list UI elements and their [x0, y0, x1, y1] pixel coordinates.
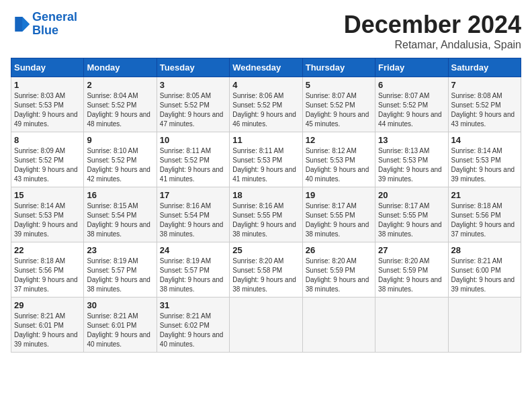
day-info: Sunrise: 8:12 AMSunset: 5:53 PMDaylight:…	[306, 146, 372, 184]
calendar-cell: 22Sunrise: 8:18 AMSunset: 5:56 PMDayligh…	[11, 242, 84, 298]
day-info: Sunrise: 8:15 AMSunset: 5:54 PMDaylight:…	[87, 201, 153, 239]
calendar-week-row: 29Sunrise: 8:21 AMSunset: 6:01 PMDayligh…	[11, 298, 521, 353]
day-number: 26	[306, 245, 372, 255]
calendar-cell: 8Sunrise: 8:09 AMSunset: 5:52 PMDaylight…	[11, 132, 84, 187]
calendar-cell: 10Sunrise: 8:11 AMSunset: 5:52 PMDayligh…	[157, 132, 229, 187]
day-number: 6	[378, 80, 445, 90]
calendar-cell: 20Sunrise: 8:17 AMSunset: 5:55 PMDayligh…	[375, 187, 448, 242]
calendar-cell: 17Sunrise: 8:16 AMSunset: 5:54 PMDayligh…	[157, 187, 229, 242]
day-number: 1	[14, 80, 81, 90]
calendar-cell: 30Sunrise: 8:21 AMSunset: 6:01 PMDayligh…	[84, 298, 157, 353]
calendar-cell: 13Sunrise: 8:13 AMSunset: 5:53 PMDayligh…	[375, 132, 448, 187]
calendar-cell: 9Sunrise: 8:10 AMSunset: 5:52 PMDaylight…	[84, 132, 157, 187]
calendar-body: 1Sunrise: 8:03 AMSunset: 5:53 PMDaylight…	[11, 77, 521, 353]
day-number: 23	[87, 245, 153, 255]
svg-marker-1	[22, 17, 30, 32]
day-number: 17	[160, 190, 226, 200]
day-info: Sunrise: 8:03 AMSunset: 5:53 PMDaylight:…	[14, 91, 81, 129]
calendar-week-row: 8Sunrise: 8:09 AMSunset: 5:52 PMDaylight…	[11, 132, 521, 187]
calendar-cell: 15Sunrise: 8:14 AMSunset: 5:53 PMDayligh…	[11, 187, 84, 242]
calendar-cell: 31Sunrise: 8:21 AMSunset: 6:02 PMDayligh…	[157, 298, 229, 353]
day-info: Sunrise: 8:21 AMSunset: 6:00 PMDaylight:…	[451, 257, 518, 294]
day-info: Sunrise: 8:17 AMSunset: 5:55 PMDaylight:…	[306, 201, 372, 239]
day-number: 14	[451, 135, 518, 145]
day-info: Sunrise: 8:16 AMSunset: 5:54 PMDaylight:…	[160, 201, 226, 239]
calendar-cell: 29Sunrise: 8:21 AMSunset: 6:01 PMDayligh…	[11, 298, 84, 353]
day-number: 5	[306, 80, 372, 90]
weekday-header: Tuesday	[157, 58, 229, 77]
day-number: 3	[160, 80, 226, 90]
day-number: 21	[451, 190, 518, 200]
calendar-cell: 4Sunrise: 8:06 AMSunset: 5:52 PMDaylight…	[230, 77, 302, 132]
day-number: 12	[306, 135, 372, 145]
day-info: Sunrise: 8:14 AMSunset: 5:53 PMDaylight:…	[14, 201, 81, 239]
day-number: 2	[87, 80, 153, 90]
logo: General Blue	[11, 11, 77, 38]
weekday-header: Saturday	[448, 58, 521, 77]
day-info: Sunrise: 8:20 AMSunset: 5:59 PMDaylight:…	[378, 257, 445, 294]
day-number: 30	[87, 300, 153, 310]
calendar-cell: 11Sunrise: 8:11 AMSunset: 5:53 PMDayligh…	[230, 132, 302, 187]
calendar-cell: 7Sunrise: 8:08 AMSunset: 5:52 PMDaylight…	[448, 77, 521, 132]
month-title: December 2024	[344, 11, 521, 39]
day-number: 13	[378, 135, 445, 145]
weekday-header: Sunday	[11, 58, 84, 77]
title-section: December 2024 Retamar, Andalusia, Spain	[344, 11, 521, 51]
day-number: 28	[451, 245, 518, 255]
day-number: 18	[232, 190, 299, 200]
day-info: Sunrise: 8:18 AMSunset: 5:56 PMDaylight:…	[451, 201, 518, 239]
calendar-cell: 19Sunrise: 8:17 AMSunset: 5:55 PMDayligh…	[302, 187, 375, 242]
calendar-cell: 14Sunrise: 8:14 AMSunset: 5:53 PMDayligh…	[448, 132, 521, 187]
calendar-cell: 25Sunrise: 8:20 AMSunset: 5:58 PMDayligh…	[230, 242, 302, 298]
calendar-cell: 1Sunrise: 8:03 AMSunset: 5:53 PMDaylight…	[11, 77, 84, 132]
day-number: 9	[87, 135, 153, 145]
page-header: General Blue December 2024 Retamar, Anda…	[11, 11, 521, 51]
day-info: Sunrise: 8:17 AMSunset: 5:55 PMDaylight:…	[378, 201, 445, 239]
header-row: SundayMondayTuesdayWednesdayThursdayFrid…	[11, 58, 521, 77]
calendar-cell: 5Sunrise: 8:07 AMSunset: 5:52 PMDaylight…	[302, 77, 375, 132]
logo-text: General Blue	[32, 11, 77, 38]
calendar-week-row: 15Sunrise: 8:14 AMSunset: 5:53 PMDayligh…	[11, 187, 521, 242]
day-number: 16	[87, 190, 153, 200]
calendar-cell	[302, 298, 375, 353]
logo-line2: Blue	[32, 24, 58, 37]
calendar-cell: 27Sunrise: 8:20 AMSunset: 5:59 PMDayligh…	[375, 242, 448, 298]
day-info: Sunrise: 8:11 AMSunset: 5:52 PMDaylight:…	[160, 146, 226, 184]
calendar-cell	[230, 298, 302, 353]
day-number: 8	[14, 135, 81, 145]
day-info: Sunrise: 8:21 AMSunset: 6:01 PMDaylight:…	[87, 312, 153, 349]
day-number: 20	[378, 190, 445, 200]
day-number: 19	[306, 190, 372, 200]
calendar-cell: 28Sunrise: 8:21 AMSunset: 6:00 PMDayligh…	[448, 242, 521, 298]
day-info: Sunrise: 8:09 AMSunset: 5:52 PMDaylight:…	[14, 146, 81, 184]
day-number: 25	[232, 245, 299, 255]
calendar-cell: 26Sunrise: 8:20 AMSunset: 5:59 PMDayligh…	[302, 242, 375, 298]
day-number: 15	[14, 190, 81, 200]
calendar-cell: 23Sunrise: 8:19 AMSunset: 5:57 PMDayligh…	[84, 242, 157, 298]
day-info: Sunrise: 8:04 AMSunset: 5:52 PMDaylight:…	[87, 91, 153, 129]
day-info: Sunrise: 8:08 AMSunset: 5:52 PMDaylight:…	[451, 91, 518, 129]
calendar-week-row: 22Sunrise: 8:18 AMSunset: 5:56 PMDayligh…	[11, 242, 521, 298]
calendar-cell: 2Sunrise: 8:04 AMSunset: 5:52 PMDaylight…	[84, 77, 157, 132]
calendar-cell	[375, 298, 448, 353]
day-number: 4	[232, 80, 299, 90]
day-info: Sunrise: 8:19 AMSunset: 5:57 PMDaylight:…	[160, 257, 226, 294]
day-number: 24	[160, 245, 226, 255]
day-info: Sunrise: 8:06 AMSunset: 5:52 PMDaylight:…	[232, 91, 299, 129]
calendar-cell	[448, 298, 521, 353]
day-number: 31	[160, 300, 226, 310]
calendar-cell: 3Sunrise: 8:05 AMSunset: 5:52 PMDaylight…	[157, 77, 229, 132]
calendar-cell: 24Sunrise: 8:19 AMSunset: 5:57 PMDayligh…	[157, 242, 229, 298]
day-info: Sunrise: 8:20 AMSunset: 5:58 PMDaylight:…	[232, 257, 299, 294]
calendar-cell: 18Sunrise: 8:16 AMSunset: 5:55 PMDayligh…	[230, 187, 302, 242]
day-info: Sunrise: 8:20 AMSunset: 5:59 PMDaylight:…	[306, 257, 372, 294]
day-info: Sunrise: 8:21 AMSunset: 6:01 PMDaylight:…	[14, 312, 81, 349]
location-title: Retamar, Andalusia, Spain	[344, 39, 521, 51]
day-info: Sunrise: 8:11 AMSunset: 5:53 PMDaylight:…	[232, 146, 299, 184]
day-info: Sunrise: 8:14 AMSunset: 5:53 PMDaylight:…	[451, 146, 518, 184]
calendar-cell: 16Sunrise: 8:15 AMSunset: 5:54 PMDayligh…	[84, 187, 157, 242]
weekday-header: Thursday	[302, 58, 375, 77]
calendar-cell: 21Sunrise: 8:18 AMSunset: 5:56 PMDayligh…	[448, 187, 521, 242]
day-info: Sunrise: 8:10 AMSunset: 5:52 PMDaylight:…	[87, 146, 153, 184]
calendar-header: SundayMondayTuesdayWednesdayThursdayFrid…	[11, 58, 521, 77]
